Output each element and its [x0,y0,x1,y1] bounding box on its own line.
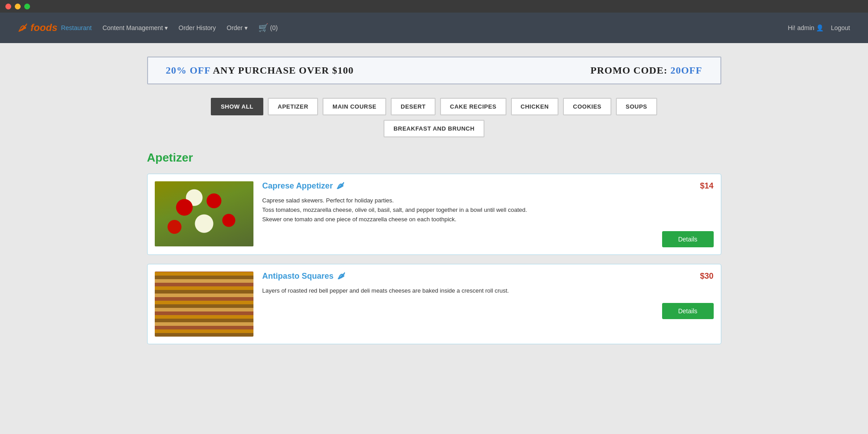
food-card-caprese: Caprese Appetizer 🌶 $14 Caprese salad sk… [147,174,721,255]
cart[interactable]: 🛒 (0) [258,23,278,33]
filter-chicken[interactable]: CHICKEN [511,98,559,115]
main-content: 20% OFF ANY PURCHASE OVER $100 PROMO COD… [120,43,748,367]
logo-icon: 🌶 [18,22,28,34]
filter-breakfast[interactable]: BREAKFAST AND BRUNCH [384,120,484,137]
filter-soups[interactable]: SOUPS [616,98,657,115]
window-chrome [0,0,868,13]
promo-left: 20% OFF ANY PURCHASE OVER $100 [166,65,354,76]
maximize-button[interactable] [24,4,30,9]
food-price-antipasto: $30 [700,272,713,281]
brand-restaurant: Restaurant [61,24,92,31]
category-filters: SHOW ALL APETIZER MAIN COURSE DESERT CAK… [147,98,721,137]
nav-right: Hi! admin 👤 Logout [788,24,850,31]
order-link[interactable]: Order ▾ [227,24,248,31]
cart-icon: 🛒 [258,23,268,33]
filter-cake-recipes[interactable]: CAKE RECIPES [440,98,506,115]
filter-show-all[interactable]: SHOW ALL [211,98,263,115]
food-info-caprese: Caprese Appetizer 🌶 $14 Caprese salad sk… [262,181,714,247]
minimize-button[interactable] [15,4,21,9]
order-dropdown-icon: ▾ [244,24,248,31]
food-image-antipasto [155,272,253,337]
food-card-antipasto: Antipasto Squares 🌶 $30 Layers of roaste… [147,264,721,344]
caprese-image-bg [155,181,253,246]
promo-off: 20% OFF [166,65,211,76]
brand-foods[interactable]: foods [31,22,57,34]
details-button-caprese[interactable]: Details [662,231,714,247]
nav-links: Content Management ▾ Order History Order… [102,23,788,33]
promo-right: PROMO CODE: 20OFF [590,65,702,76]
chili-icon-antipasto: 🌶 [337,272,345,281]
user-icon: 👤 [816,24,824,31]
filter-desert[interactable]: DESERT [391,98,436,115]
food-description-antipasto: Layers of roasted red bell pepper and de… [262,286,714,296]
promo-code-label: PROMO CODE: [590,65,670,76]
promo-banner: 20% OFF ANY PURCHASE OVER $100 PROMO COD… [147,57,721,84]
food-price-caprese: $14 [700,181,713,191]
cart-count: (0) [270,24,278,31]
food-description-caprese: Caprese salad skewers. Perfect for holid… [262,196,714,224]
food-image-caprese [155,181,253,246]
order-history-link[interactable]: Order History [179,24,216,31]
close-button[interactable] [5,4,11,9]
filter-cookies[interactable]: COOKIES [563,98,611,115]
food-header-antipasto: Antipasto Squares 🌶 $30 [262,272,714,281]
filter-main-course[interactable]: MAIN COURSE [323,98,386,115]
promo-code: 20OFF [671,65,702,76]
filter-apetizer[interactable]: APETIZER [268,98,318,115]
logout-button[interactable]: Logout [831,24,850,31]
section-title: Apetizer [147,151,721,165]
food-name-antipasto: Antipasto Squares 🌶 [262,272,345,281]
food-header-caprese: Caprese Appetizer 🌶 $14 [262,181,714,191]
food-name-caprese: Caprese Appetizer 🌶 [262,181,345,191]
dropdown-icon: ▾ [165,24,168,31]
admin-greeting: Hi! admin 👤 [788,24,824,31]
chili-icon-caprese: 🌶 [336,181,345,191]
food-info-antipasto: Antipasto Squares 🌶 $30 Layers of roaste… [262,272,714,337]
content-management-link[interactable]: Content Management ▾ [102,24,168,31]
promo-text: ANY PURCHASE OVER $100 [213,65,353,76]
details-button-antipasto[interactable]: Details [662,303,714,319]
navbar: 🌶 foods Restaurant Content Management ▾ … [0,13,868,43]
antipasto-image-bg [155,272,253,337]
brand: 🌶 foods Restaurant [18,22,92,34]
